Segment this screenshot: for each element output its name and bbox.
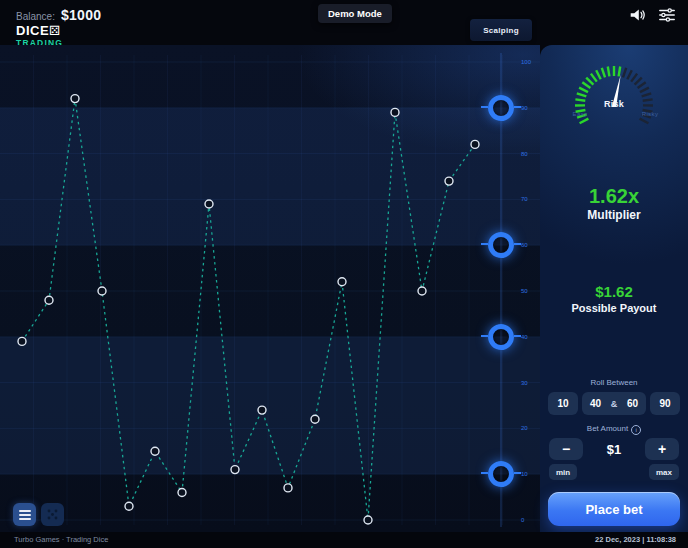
scalping-mode-button[interactable]: Scalping — [470, 19, 532, 41]
trading-lines-icon[interactable] — [13, 503, 36, 526]
gauge-tick-lit — [602, 68, 605, 78]
y-axis-tick-label: 50 — [521, 288, 528, 294]
y-axis-tick-label: 40 — [521, 334, 528, 340]
data-point-marker — [364, 516, 372, 524]
settings-sliders-icon[interactable] — [656, 4, 678, 26]
gauge-tick-lit — [591, 74, 597, 82]
gauge-tick-dim — [640, 88, 649, 93]
y-axis-tick-label: 20 — [521, 425, 528, 431]
gauge-tick-dim — [631, 74, 637, 82]
y-axis-tick-label: 60 — [521, 242, 528, 248]
y-axis-tick-label: 70 — [521, 196, 528, 202]
brand-logo: DICE⚄ TRADING — [16, 22, 63, 48]
risk-gauge: Risk Easy Risky — [548, 51, 680, 129]
gauge-tick-lit — [582, 82, 590, 88]
gauge-tick-lit — [577, 93, 587, 96]
roll-between-row: 10 40 & 60 90 — [548, 392, 680, 415]
threshold-handle-90[interactable] — [488, 95, 514, 121]
bet-max-button[interactable]: max — [649, 464, 679, 480]
y-axis-tick-label: 90 — [521, 105, 528, 111]
data-point-marker — [391, 108, 399, 116]
data-point-marker — [125, 502, 133, 510]
roll-inner-range-input[interactable]: 40 & 60 — [582, 392, 646, 415]
highlight-band — [0, 108, 540, 245]
threshold-handle-10[interactable] — [488, 461, 514, 487]
gauge-tick-dim — [638, 82, 646, 88]
data-point-marker — [205, 200, 213, 208]
gauge-tick-lit — [580, 119, 589, 124]
gauge-tick-lit — [608, 67, 610, 77]
multiplier-value: 1.62x — [540, 185, 688, 208]
lines-icon — [19, 510, 31, 520]
app-window: Balance: $1000 DICE⚄ TRADING Demo Mode — [0, 0, 688, 548]
data-point-marker — [445, 177, 453, 185]
data-point-marker — [151, 447, 159, 455]
data-point-marker — [418, 287, 426, 295]
data-point-marker — [71, 95, 79, 103]
gauge-tick-lit — [586, 78, 593, 85]
gauge-tick-dim — [642, 93, 652, 96]
data-point-marker — [284, 484, 292, 492]
gauge-tick-dim — [623, 68, 626, 78]
gauge-risky-label: Risky — [630, 111, 670, 117]
chart-canvas: 1009080706050403020100 — [0, 45, 540, 532]
footer-bar: Turbo Games · Trading Dice 22 Dec, 2023 … — [0, 532, 688, 548]
bet-amount-text: Bet Amount — [587, 424, 628, 433]
top-bar: Balance: $1000 DICE⚄ TRADING Demo Mode — [0, 0, 688, 45]
data-point-marker — [45, 296, 53, 304]
demo-mode-badge: Demo Mode — [318, 4, 392, 23]
gauge-tick-lit — [619, 67, 621, 77]
gauge-tick-lit — [596, 70, 601, 79]
roll-high-outer-input[interactable]: 90 — [650, 392, 680, 415]
data-point-marker — [471, 140, 479, 148]
footer-datetime: 22 Dec, 2023 | 11:08:38 — [595, 535, 676, 544]
balance-value: $1000 — [61, 7, 101, 23]
gauge-tick-dim — [635, 78, 642, 85]
threshold-handle-60[interactable] — [488, 232, 514, 258]
gauge-tick-dim — [627, 70, 632, 79]
risk-gauge-label: Risk — [548, 99, 680, 109]
payout-value: $1.62 — [540, 283, 688, 300]
data-point-marker — [18, 337, 26, 345]
game-mode-switch — [13, 503, 64, 526]
y-axis-tick-label: 30 — [521, 380, 528, 386]
balance: Balance: $1000 — [16, 7, 101, 23]
bet-amount-label: Bet Amounti — [540, 424, 688, 435]
logo-dice-icon: ⚄ — [49, 23, 60, 38]
gauge-tick-lit — [579, 88, 588, 93]
info-icon[interactable]: i — [631, 425, 641, 435]
bet-increase-button[interactable]: + — [645, 438, 679, 460]
roll-low-inner-value[interactable]: 40 — [590, 398, 601, 409]
threshold-handle-40[interactable] — [488, 324, 514, 350]
data-point-marker — [338, 278, 346, 286]
roll-low-outer-input[interactable]: 10 — [548, 392, 578, 415]
footer-game-title: Turbo Games · Trading Dice — [14, 535, 108, 544]
risk-gauge-arc — [548, 51, 680, 129]
balance-label: Balance: — [16, 11, 55, 22]
y-axis-tick-label: 10 — [521, 471, 528, 477]
multiplier-label: Multiplier — [540, 208, 688, 222]
bet-sidebar: Risk Easy Risky 1.62x Multiplier $1.62 P… — [540, 45, 688, 532]
place-bet-button[interactable]: Place bet — [548, 492, 680, 526]
data-point-marker — [258, 406, 266, 414]
data-point-marker — [178, 489, 186, 497]
payout-label: Possible Payout — [540, 302, 688, 314]
logo-text: DICE — [16, 23, 49, 38]
highlight-band — [0, 337, 540, 474]
roll-between-label: Roll Between — [540, 378, 688, 387]
y-axis-tick-label: 80 — [521, 151, 528, 157]
bet-min-button[interactable]: min — [549, 464, 577, 480]
trading-chart[interactable]: 1009080706050403020100 — [0, 45, 540, 532]
gauge-easy-label: Easy — [560, 111, 600, 117]
data-point-marker — [311, 415, 319, 423]
dice-icon[interactable] — [41, 503, 64, 526]
roll-high-inner-value[interactable]: 60 — [627, 398, 638, 409]
data-point-marker — [98, 287, 106, 295]
roll-amp: & — [611, 399, 618, 409]
sound-icon[interactable] — [626, 4, 648, 26]
dice-glyph — [45, 507, 60, 522]
gauge-tick-dim — [640, 119, 649, 124]
data-point-marker — [231, 466, 239, 474]
y-axis-tick-label: 100 — [521, 59, 532, 65]
